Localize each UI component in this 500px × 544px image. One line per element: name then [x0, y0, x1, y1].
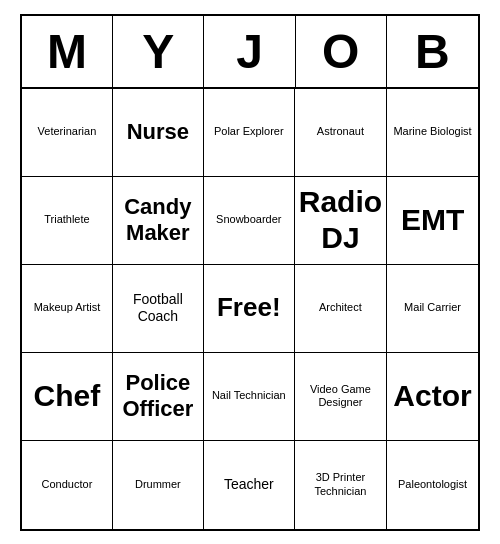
bingo-cell: Chef — [22, 353, 113, 441]
bingo-cell: Nurse — [113, 89, 204, 177]
cell-text: Free! — [217, 292, 281, 323]
cell-text: Actor — [393, 378, 471, 414]
bingo-cell: Nail Technician — [204, 353, 295, 441]
bingo-cell: EMT — [387, 177, 478, 265]
bingo-cell: Candy Maker — [113, 177, 204, 265]
bingo-cell: Architect — [295, 265, 387, 353]
cell-text: Drummer — [135, 478, 181, 491]
bingo-card: MYJOB VeterinarianNursePolar ExplorerAst… — [20, 14, 480, 531]
cell-text: Makeup Artist — [34, 301, 101, 314]
cell-text: Architect — [319, 301, 362, 314]
cell-text: Video Game Designer — [299, 383, 382, 409]
bingo-cell: Triathlete — [22, 177, 113, 265]
cell-text: Teacher — [224, 476, 274, 493]
cell-text: Football Coach — [117, 291, 199, 325]
bingo-cell: Marine Biologist — [387, 89, 478, 177]
cell-text: Veterinarian — [38, 125, 97, 138]
cell-text: 3D Printer Technician — [299, 471, 382, 497]
header-letter: J — [204, 16, 295, 87]
cell-text: Triathlete — [44, 213, 89, 226]
bingo-cell: Polar Explorer — [204, 89, 295, 177]
bingo-cell: Astronaut — [295, 89, 387, 177]
cell-text: Nail Technician — [212, 389, 286, 402]
bingo-cell: Paleontologist — [387, 441, 478, 529]
bingo-cell: Makeup Artist — [22, 265, 113, 353]
header-letter: B — [387, 16, 478, 87]
header-letter: O — [296, 16, 387, 87]
bingo-cell: Police Officer — [113, 353, 204, 441]
cell-text: Police Officer — [117, 370, 199, 423]
bingo-header: MYJOB — [22, 16, 478, 89]
cell-text: Chef — [34, 378, 101, 414]
bingo-cell: Conductor — [22, 441, 113, 529]
bingo-cell: Teacher — [204, 441, 295, 529]
cell-text: Mail Carrier — [404, 301, 461, 314]
cell-text: Marine Biologist — [393, 125, 471, 138]
cell-text: Candy Maker — [117, 194, 199, 247]
bingo-cell: Actor — [387, 353, 478, 441]
bingo-cell: Drummer — [113, 441, 204, 529]
bingo-cell: Video Game Designer — [295, 353, 387, 441]
bingo-cell: Veterinarian — [22, 89, 113, 177]
cell-text: EMT — [401, 202, 464, 238]
cell-text: Astronaut — [317, 125, 364, 138]
cell-text: Radio DJ — [299, 184, 382, 256]
cell-text: Snowboarder — [216, 213, 281, 226]
bingo-grid: VeterinarianNursePolar ExplorerAstronaut… — [22, 89, 478, 529]
cell-text: Conductor — [42, 478, 93, 491]
bingo-cell: Snowboarder — [204, 177, 295, 265]
header-letter: Y — [113, 16, 204, 87]
header-letter: M — [22, 16, 113, 87]
bingo-cell: Radio DJ — [295, 177, 387, 265]
cell-text: Polar Explorer — [214, 125, 284, 138]
cell-text: Paleontologist — [398, 478, 467, 491]
cell-text: Nurse — [127, 119, 189, 145]
bingo-cell: 3D Printer Technician — [295, 441, 387, 529]
bingo-cell: Football Coach — [113, 265, 204, 353]
bingo-cell: Mail Carrier — [387, 265, 478, 353]
bingo-cell: Free! — [204, 265, 295, 353]
